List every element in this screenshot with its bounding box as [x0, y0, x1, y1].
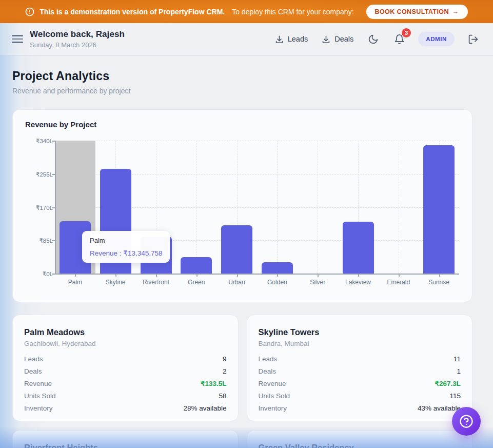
stat-row-deals: Deals1 — [259, 365, 461, 377]
x-axis-tick — [156, 274, 157, 277]
book-consultation-button[interactable]: BOOK CONSULTATION → — [366, 5, 468, 19]
y-axis-tick-label: ₹340L — [25, 138, 53, 145]
x-axis-tick — [277, 274, 278, 277]
grid-line-vertical — [196, 141, 197, 274]
x-axis-label-emerald: Emerald — [378, 279, 419, 286]
y-axis-tick — [52, 240, 55, 241]
moon-icon — [368, 34, 379, 45]
x-axis-label-golden: Golden — [257, 279, 298, 286]
admin-role-badge[interactable]: ADMIN — [418, 32, 455, 46]
export-deals-button[interactable]: Deals — [320, 32, 354, 46]
x-axis-tick — [358, 274, 359, 277]
chart-tooltip: PalmRevenue : ₹13,345,758 — [82, 231, 170, 263]
bar-sunrise[interactable] — [423, 145, 455, 274]
x-axis-label-silver: Silver — [297, 279, 338, 286]
x-axis-tick — [75, 274, 76, 277]
notifications-button[interactable]: 3 — [392, 32, 407, 47]
tooltip-title: Palm — [90, 237, 162, 244]
banner-normal-text: To deploy this CRM for your company: — [232, 8, 353, 16]
y-axis-tick — [52, 141, 55, 142]
y-axis-tick-label: ₹170L — [25, 204, 53, 211]
current-date: Sunday, 8 March 2026 — [30, 41, 125, 49]
bar-urban[interactable] — [221, 225, 252, 274]
stat-row-revenue: Revenue₹267.3L — [259, 377, 461, 389]
main-content: Project Analytics Revenue and performanc… — [12, 69, 472, 448]
stat-row-deals: Deals2 — [24, 365, 227, 377]
stat-row-leads: Leads9 — [24, 353, 227, 365]
y-axis-tick — [52, 174, 55, 175]
stat-row-units-sold: Units Sold115 — [259, 389, 461, 402]
project-name: Skyline Towers — [259, 327, 461, 337]
bar-green[interactable] — [181, 257, 212, 274]
welcome-block: Welcome back, Rajesh Sunday, 8 March 202… — [30, 29, 125, 49]
project-card-skyline-towers: Skyline Towers Bandra, Mumbai Leads11 De… — [247, 315, 473, 421]
stat-row-inventory: Inventory28% available — [24, 402, 227, 414]
download-icon — [274, 34, 284, 44]
project-name: Riverfront Heights — [24, 443, 227, 448]
page-subtitle: Revenue and performance by project — [12, 87, 472, 95]
x-axis-label-riverfront: Riverfront — [135, 279, 176, 286]
x-axis-tick — [196, 274, 198, 277]
grid-line-vertical — [318, 141, 318, 274]
download-icon — [321, 34, 331, 44]
revenue-chart-card: Revenue by Project ₹0L₹85L₹170L₹255L₹340… — [12, 109, 472, 302]
x-axis-label-skyline: Skyline — [95, 279, 136, 286]
logout-icon — [468, 34, 479, 45]
x-axis-label-lakeview: Lakeview — [338, 279, 379, 286]
export-leads-button[interactable]: Leads — [273, 32, 309, 46]
welcome-title: Welcome back, Rajesh — [30, 29, 125, 40]
logout-button[interactable] — [466, 32, 481, 47]
chart-title: Revenue by Project — [25, 120, 460, 129]
app-header: Welcome back, Rajesh Sunday, 8 March 202… — [0, 23, 493, 55]
project-cards-row-2: Riverfront Heights Green Valley Residenc… — [12, 430, 472, 448]
project-card-riverfront-heights: Riverfront Heights — [12, 430, 239, 448]
bar-golden[interactable] — [262, 262, 293, 274]
dark-mode-toggle[interactable] — [366, 32, 381, 47]
y-axis-tick-label: ₹0L — [25, 270, 53, 278]
bar-lakeview[interactable] — [343, 222, 374, 274]
alert-circle-icon — [25, 7, 34, 16]
demo-banner: This is a demonstration version of Prope… — [0, 0, 493, 23]
project-card-green-valley-residency: Green Valley Residency — [247, 430, 473, 448]
x-axis-tick — [399, 274, 400, 277]
header-actions: Leads Deals 3 ADMIN — [273, 32, 481, 47]
y-axis-line — [55, 141, 56, 274]
tooltip-value: Revenue : ₹13,345,758 — [90, 249, 162, 257]
x-axis-label-sunrise: Sunrise — [419, 279, 460, 286]
help-question-icon — [459, 414, 474, 429]
book-consultation-label: BOOK CONSULTATION — [375, 8, 449, 15]
project-name: Palm Meadows — [24, 327, 227, 337]
x-axis-tick — [318, 274, 319, 277]
x-axis-label-urban: Urban — [216, 279, 258, 286]
y-axis-tick — [52, 274, 55, 275]
stat-row-revenue: Revenue₹133.5L — [24, 377, 227, 389]
project-location: Bandra, Mumbai — [259, 340, 461, 347]
y-axis-tick-label: ₹255L — [25, 171, 53, 178]
arrow-right-icon: → — [452, 8, 459, 15]
help-fab-button[interactable] — [452, 407, 481, 436]
x-axis-label-palm: Palm — [54, 279, 95, 286]
project-cards-row: Palm Meadows Gachibowli, Hyderabad Leads… — [12, 315, 472, 421]
project-card-palm-meadows: Palm Meadows Gachibowli, Hyderabad Leads… — [12, 315, 239, 421]
x-axis-tick — [115, 274, 116, 277]
banner-bold-text: This is a demonstration version of Prope… — [40, 8, 225, 16]
x-axis-label-green: Green — [176, 279, 217, 286]
revenue-bar-chart: ₹0L₹85L₹170L₹255L₹340LPalmSkylineRiverfr… — [25, 132, 460, 296]
y-axis-tick-label: ₹85L — [25, 237, 53, 244]
project-name: Green Valley Residency — [259, 443, 461, 448]
project-location: Gachibowli, Hyderabad — [24, 340, 227, 347]
stat-row-inventory: Inventory43% available — [259, 402, 461, 414]
export-deals-label: Deals — [334, 35, 353, 43]
export-leads-label: Leads — [288, 35, 308, 43]
menu-icon[interactable] — [10, 32, 25, 46]
grid-line-vertical — [277, 141, 278, 274]
stat-row-leads: Leads11 — [259, 353, 461, 365]
x-axis-tick — [439, 274, 440, 277]
grid-line-vertical — [399, 141, 399, 274]
page-title: Project Analytics — [12, 69, 472, 83]
y-axis-tick — [52, 207, 55, 208]
stat-row-units-sold: Units Sold58 — [24, 389, 227, 402]
notification-badge: 3 — [402, 28, 411, 37]
x-axis-tick — [237, 274, 238, 277]
